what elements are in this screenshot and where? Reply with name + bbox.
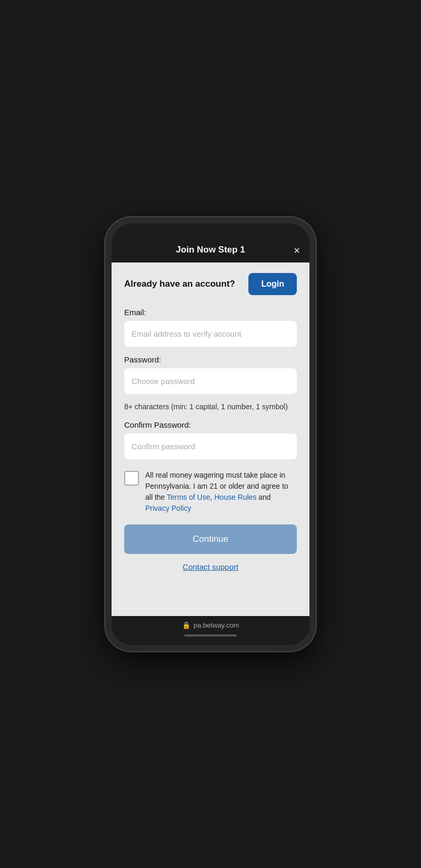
password-hint: 8+ characters (min: 1 capital, 1 number,…	[124, 402, 297, 411]
terms-of-use-link[interactable]: Terms of Use	[167, 493, 210, 501]
status-bar	[112, 224, 309, 238]
terms-text: All real money wagering must take place …	[145, 470, 297, 514]
close-button[interactable]: ×	[294, 245, 300, 256]
contact-support-link[interactable]: Contact support	[124, 562, 297, 571]
modal-body: Already have an account? Login Email: Pa…	[112, 263, 309, 616]
bottom-bar: 🔒 pa.betway.com	[112, 616, 309, 645]
email-label: Email:	[124, 308, 297, 317]
home-indicator	[184, 634, 237, 637]
continue-button[interactable]: Continue	[124, 524, 297, 554]
privacy-policy-link[interactable]: Privacy Policy	[145, 504, 191, 512]
phone-screen: Join Now Step 1 × Already have an accoun…	[112, 224, 309, 645]
lock-icon: 🔒	[182, 621, 191, 629]
terms-row: All real money wagering must take place …	[124, 470, 297, 514]
account-row: Already have an account? Login	[124, 273, 297, 295]
url-bar: 🔒 pa.betway.com	[182, 621, 239, 629]
login-button[interactable]: Login	[248, 273, 297, 295]
terms-checkbox[interactable]	[124, 471, 139, 486]
password-input[interactable]	[124, 368, 297, 394]
modal-header: Join Now Step 1 ×	[112, 238, 309, 263]
confirm-password-input[interactable]	[124, 433, 297, 459]
email-input[interactable]	[124, 321, 297, 347]
phone-frame: Join Now Step 1 × Already have an accoun…	[105, 217, 316, 651]
confirm-password-label: Confirm Password:	[124, 420, 297, 429]
house-rules-link[interactable]: House Rules	[214, 493, 256, 501]
modal-title: Join Now Step 1	[176, 245, 245, 255]
password-label: Password:	[124, 355, 297, 364]
spacer	[124, 576, 297, 605]
url-text: pa.betway.com	[194, 621, 239, 629]
already-account-label: Already have an account?	[124, 279, 235, 289]
